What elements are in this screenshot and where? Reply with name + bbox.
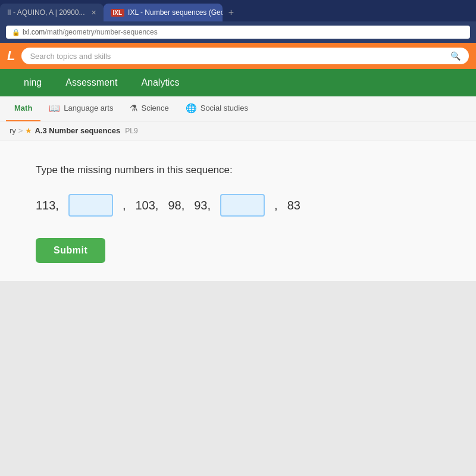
tab-2-label: IXL - Number sequences (Geom... xyxy=(128,8,222,17)
subject-tab-language-arts[interactable]: 📖 Language arts xyxy=(40,96,121,121)
sequence-input-2[interactable] xyxy=(220,194,265,217)
nav-assessment[interactable]: Assessment xyxy=(54,69,129,96)
social-studies-icon: 🌐 xyxy=(186,103,197,114)
new-tab-button[interactable]: + xyxy=(223,4,240,21)
star-icon[interactable]: ★ xyxy=(25,126,32,135)
breadcrumb-parent[interactable]: ry xyxy=(10,126,16,135)
nav-ning[interactable]: ning xyxy=(12,69,54,96)
seq-98: 98, xyxy=(168,199,184,212)
lock-icon: 🔒 xyxy=(12,29,20,36)
seq-comma-1: , xyxy=(123,199,126,212)
science-icon: ⚗ xyxy=(130,103,137,114)
address-bar-row: 🔒 ixl.com/math/geometry/number-sequences xyxy=(0,21,476,43)
math-label: Math xyxy=(14,104,32,112)
breadcrumb-separator: > xyxy=(18,126,23,135)
tab-1-label: II - AQUINO, A | 20900... xyxy=(7,8,85,17)
tab-1[interactable]: II - AQUINO, A | 20900... ✕ xyxy=(0,4,104,21)
search-box[interactable]: Search topics and skills 🔍 xyxy=(21,48,469,64)
ixl-search-bar: L Search topics and skills 🔍 xyxy=(0,43,476,69)
tab-1-close[interactable]: ✕ xyxy=(91,9,96,17)
search-icon: 🔍 xyxy=(450,51,461,61)
social-studies-label: Social studies xyxy=(201,104,248,112)
nav-analytics[interactable]: Analytics xyxy=(129,69,191,96)
sequence-row: 113, , 103, 98, 93, , 83 xyxy=(36,194,446,217)
seq-comma-2: , xyxy=(274,199,278,212)
subject-tab-math[interactable]: Math xyxy=(6,96,40,121)
subject-tab-social-studies[interactable]: 🌐 Social studies xyxy=(177,96,256,121)
language-arts-icon: 📖 xyxy=(49,103,60,114)
tab-2-favicon: IXL xyxy=(111,9,125,17)
search-placeholder: Search topics and skills xyxy=(30,52,111,61)
question-instruction: Type the missing numbers in this sequenc… xyxy=(36,164,446,176)
breadcrumb-current: A.3 Number sequences xyxy=(35,126,120,135)
address-text: ixl.com/math/geometry/number-sequences xyxy=(23,28,158,36)
main-content: Type the missing numbers in this sequenc… xyxy=(0,140,476,281)
seq-113: 113, xyxy=(36,199,59,212)
url-path: /math/geometry/number-sequences xyxy=(45,28,157,36)
breadcrumb: ry > ★ A.3 Number sequences PL9 xyxy=(0,121,476,140)
seq-103: 103, xyxy=(136,199,159,212)
browser-chrome: II - AQUINO, A | 20900... ✕ IXL IXL - Nu… xyxy=(0,0,476,43)
sequence-input-1[interactable] xyxy=(68,194,113,217)
science-label: Science xyxy=(141,104,168,112)
tab-bar: II - AQUINO, A | 20900... ✕ IXL IXL - Nu… xyxy=(0,0,476,21)
subject-tab-science[interactable]: ⚗ Science xyxy=(121,96,177,121)
tab-2[interactable]: IXL IXL - Number sequences (Geom... ✕ xyxy=(104,4,223,21)
language-arts-label: Language arts xyxy=(64,104,113,112)
ixl-logo: L xyxy=(7,48,14,64)
submit-button[interactable]: Submit xyxy=(36,238,105,263)
subject-tabs: Math 📖 Language arts ⚗ Science 🌐 Social … xyxy=(0,96,476,121)
seq-93: 93, xyxy=(194,199,211,212)
url-prefix: ixl.com xyxy=(23,28,45,36)
nav-bar: ning Assessment Analytics xyxy=(0,69,476,96)
seq-83: 83 xyxy=(287,199,300,212)
pl-badge: PL9 xyxy=(125,127,137,135)
address-bar[interactable]: 🔒 ixl.com/math/geometry/number-sequences xyxy=(6,26,470,39)
